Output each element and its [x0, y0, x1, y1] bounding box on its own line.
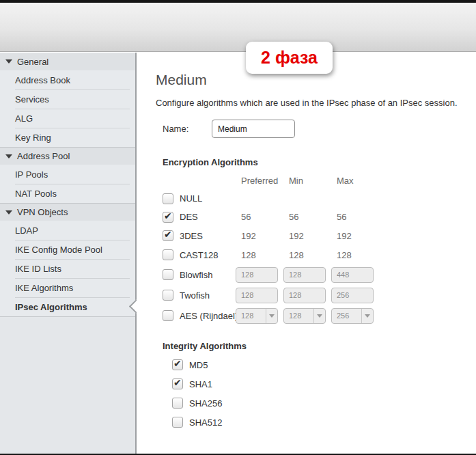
row-label: CAST128 [180, 250, 218, 260]
table-row: Blowfish [163, 264, 476, 285]
page-description: Configure algorithms which are used in t… [156, 98, 476, 108]
list-item: SHA1 [172, 374, 476, 394]
value-min: 128 [283, 250, 331, 260]
app-header [0, 3, 476, 52]
row-label: MD5 [189, 360, 208, 370]
blowfish-max-input[interactable] [331, 267, 374, 283]
sidebar-group-address-pool[interactable]: Address Pool [0, 147, 135, 165]
md5-checkbox[interactable] [172, 359, 183, 370]
sidebar-group-general[interactable]: General [0, 53, 135, 70]
sidebar-item-alg[interactable]: ALG [0, 109, 135, 128]
table-row: NULL [163, 189, 476, 208]
row-label: SHA1 [189, 379, 212, 389]
row-label: NULL [180, 193, 202, 204]
table-row: DES 56 56 56 [163, 208, 476, 226]
table-row: CAST128 128 128 128 [163, 245, 476, 264]
blowfish-preferred-input[interactable] [236, 267, 278, 283]
aes-max-select[interactable]: 256 [331, 308, 374, 324]
name-label: Name: [163, 124, 212, 134]
row-label: Twofish [180, 290, 210, 301]
twofish-checkbox[interactable] [163, 290, 173, 301]
value-min: 192 [283, 231, 331, 241]
table-row: AES (Rijndael) 128 128 256 [163, 305, 476, 326]
sidebar-item-address-book[interactable]: Address Book [0, 70, 135, 89]
sidebar-item-nat-pools[interactable]: NAT Pools [0, 184, 135, 203]
value-preferred: 128 [236, 250, 283, 260]
value-min: 56 [283, 212, 331, 222]
main-content: Medium Configure algorithms which are us… [137, 53, 476, 455]
table-row: 3DES 192 192 192 [163, 226, 476, 245]
sidebar-group-label: General [17, 57, 48, 67]
sidebar: General Address Book Services ALG Key Ri… [0, 53, 137, 455]
table-row: Twofish [163, 285, 476, 305]
sidebar-item-key-ring[interactable]: Key Ring [0, 128, 135, 147]
select-value: 128 [236, 309, 266, 323]
sidebar-item-ike-config-mode-pool[interactable]: IKE Config Mode Pool [0, 240, 135, 259]
phase2-callout: 2 фаза [246, 42, 333, 74]
sidebar-item-ike-id-lists[interactable]: IKE ID Lists [0, 259, 135, 278]
integrity-heading: Integrity Algorithms [163, 341, 476, 351]
col-min: Min [283, 176, 331, 186]
blowfish-min-input[interactable] [283, 267, 326, 283]
sha1-checkbox[interactable] [172, 378, 183, 389]
sha256-checkbox[interactable] [172, 398, 183, 409]
select-value: 128 [284, 309, 313, 323]
col-preferred: Preferred [236, 176, 283, 186]
caret-down-icon [5, 210, 12, 215]
name-field-row: Name: [163, 120, 476, 138]
name-input[interactable] [212, 120, 295, 138]
col-max: Max [331, 176, 379, 186]
row-label: Blowfish [180, 270, 212, 280]
caret-down-icon [5, 154, 12, 158]
select-value: 256 [332, 309, 361, 323]
sha512-checkbox[interactable] [172, 417, 183, 428]
row-label: SHA256 [189, 398, 222, 409]
encryption-table: Preferred Min Max NULL DES 56 56 56 [163, 171, 476, 326]
sidebar-group-label: VPN Objects [17, 207, 68, 217]
sidebar-item-services[interactable]: Services [0, 89, 135, 109]
row-label: SHA512 [189, 417, 222, 428]
twofish-preferred-input[interactable] [236, 288, 278, 303]
sidebar-item-ike-algorithms[interactable]: IKE Algorithms [0, 278, 135, 297]
row-label: DES [180, 212, 198, 222]
aes-preferred-select[interactable]: 128 [236, 308, 278, 324]
encryption-heading: Encryption Algorithms [163, 157, 476, 167]
chevron-down-icon [266, 309, 277, 323]
top-black-bar [0, 0, 476, 3]
list-item: SHA512 [172, 413, 476, 432]
sidebar-group-label: Address Pool [17, 151, 70, 161]
sidebar-item-ip-pools[interactable]: IP Pools [0, 165, 135, 184]
aes-min-select[interactable]: 128 [283, 308, 326, 324]
list-item: SHA256 [172, 394, 476, 413]
ipsec-form: Name: Encryption Algorithms Preferred Mi… [163, 120, 476, 432]
caret-down-icon [5, 59, 12, 64]
des-checkbox[interactable] [163, 212, 173, 223]
aes-checkbox[interactable] [163, 310, 173, 321]
value-max: 192 [331, 231, 379, 241]
sidebar-menu: General Address Book Services ALG Key Ri… [0, 53, 135, 317]
twofish-max-input[interactable] [331, 288, 374, 303]
value-max: 128 [331, 250, 379, 260]
sidebar-item-label: IPsec Algorithms [15, 302, 87, 312]
value-max: 56 [331, 212, 379, 222]
3des-checkbox[interactable] [163, 230, 173, 241]
integrity-list: MD5 SHA1 SHA256 SHA512 [163, 355, 476, 432]
phase2-callout-text: 2 фаза [261, 48, 318, 68]
cast128-checkbox[interactable] [163, 249, 173, 260]
chevron-down-icon [313, 309, 325, 323]
chevron-down-icon [361, 309, 373, 323]
sidebar-item-ipsec-algorithms[interactable]: IPsec Algorithms [0, 297, 135, 316]
table-header-row: Preferred Min Max [163, 171, 476, 189]
blowfish-checkbox[interactable] [163, 269, 173, 280]
value-preferred: 56 [236, 212, 283, 222]
row-label: 3DES [180, 231, 203, 241]
sidebar-item-ldap[interactable]: LDAP [0, 221, 135, 240]
value-preferred: 192 [236, 231, 283, 241]
null-checkbox[interactable] [163, 193, 173, 204]
list-item: MD5 [172, 355, 476, 374]
page-title: Medium [156, 72, 476, 88]
twofish-min-input[interactable] [283, 288, 326, 303]
row-label: AES (Rijndael) [180, 311, 238, 321]
sidebar-group-vpn-objects[interactable]: VPN Objects [0, 203, 135, 221]
